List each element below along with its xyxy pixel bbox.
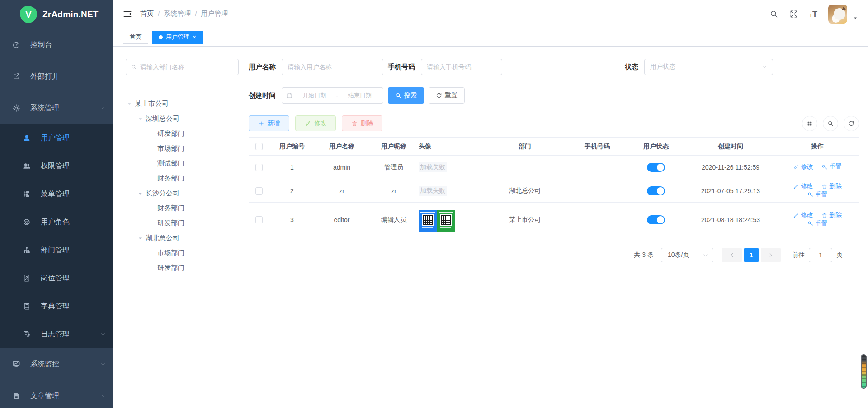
- sidebar-item-post-management[interactable]: 岗位管理: [0, 264, 113, 292]
- refresh-icon: [436, 92, 442, 99]
- tree-node[interactable]: 市场部门: [126, 246, 239, 261]
- cell-department: [482, 156, 568, 179]
- row-reset-password-link[interactable]: 重置: [821, 163, 842, 171]
- app-logo[interactable]: V ZrAdmin.NET: [0, 0, 113, 29]
- qr-code-avatar-image[interactable]: [419, 210, 455, 232]
- show-search-button[interactable]: [823, 116, 838, 131]
- status-toggle[interactable]: [647, 186, 665, 195]
- tree-node[interactable]: 某上市公司: [126, 96, 239, 111]
- sidebar-item-system-management[interactable]: 系统管理: [0, 92, 113, 124]
- cell-department: 某上市公司: [482, 203, 568, 237]
- row-delete-label: 删除: [829, 182, 842, 190]
- sidebar-item-menu-management[interactable]: 菜单管理: [0, 180, 113, 208]
- status-toggle[interactable]: [647, 163, 665, 172]
- tree-node[interactable]: 财务部门: [126, 171, 239, 186]
- add-button[interactable]: 新增: [249, 115, 289, 131]
- sidebar-item-dashboard[interactable]: 控制台: [0, 29, 113, 61]
- search-icon: [827, 120, 834, 127]
- sidebar-item-label: 日志管理: [41, 330, 70, 339]
- caret-down-icon[interactable]: [137, 116, 143, 122]
- tab-home[interactable]: 首页: [123, 31, 148, 44]
- reset-button[interactable]: 重置: [429, 87, 465, 104]
- tree-node-label: 某上市公司: [135, 100, 169, 108]
- username-input[interactable]: [282, 59, 383, 75]
- status-select[interactable]: 用户状态: [644, 59, 773, 75]
- row-reset-password-link[interactable]: 重置: [807, 191, 828, 199]
- filter-row-1: 用户名称 手机号码 状态 用户状态: [249, 59, 859, 75]
- font-size-button[interactable]: TT: [809, 10, 817, 18]
- goto-page-input[interactable]: [809, 248, 832, 262]
- row-delete-link[interactable]: 删除: [821, 182, 842, 190]
- tree-node[interactable]: 深圳总公司: [126, 111, 239, 126]
- sidebar-item-department-management[interactable]: 部门管理: [0, 236, 113, 264]
- sidebar-item-label: 系统监控: [30, 360, 59, 369]
- user-table-panel: 用户名称 手机号码 状态 用户状态 创建时间 开始日期 -: [249, 59, 859, 408]
- page-size-select[interactable]: 10条/页: [661, 248, 713, 262]
- delete-button[interactable]: 删除: [342, 115, 382, 131]
- close-icon[interactable]: ×: [193, 34, 196, 40]
- logo-letter: V: [25, 9, 31, 20]
- fullscreen-button[interactable]: [789, 9, 798, 19]
- sidebar-item-label: 菜单管理: [41, 190, 70, 199]
- tree-node[interactable]: 市场部门: [126, 141, 239, 156]
- phone-input[interactable]: [421, 59, 502, 75]
- sidebar-item-user-management[interactable]: 用户管理: [0, 124, 113, 152]
- search-button[interactable]: 搜索: [388, 87, 424, 104]
- tree-node[interactable]: 财务部门: [126, 201, 239, 216]
- dictionary-icon: [23, 302, 31, 310]
- scrollbar-thumb[interactable]: [861, 354, 867, 389]
- row-checkbox[interactable]: [255, 187, 263, 195]
- top-header: 首页 / 系统管理 / 用户管理 TT: [113, 0, 868, 28]
- cell-user-id: 1: [269, 156, 315, 179]
- caret-down-icon[interactable]: [137, 236, 143, 241]
- prev-page-button[interactable]: [722, 248, 742, 262]
- chevron-down-icon: [100, 332, 106, 337]
- tree-node[interactable]: 湖北总公司: [126, 231, 239, 246]
- sidebar-item-permission-management[interactable]: 权限管理: [0, 152, 113, 180]
- sidebar-item-dictionary-management[interactable]: 字典管理: [0, 292, 113, 320]
- row-edit-link[interactable]: 修改: [793, 163, 813, 171]
- column-settings-button[interactable]: [802, 116, 817, 131]
- user-icon: [23, 134, 31, 142]
- sidebar-item-log-management[interactable]: 日志管理: [0, 320, 113, 348]
- sidebar-collapse-button[interactable]: [123, 9, 132, 19]
- tree-node-label: 财务部门: [157, 174, 184, 183]
- page-unit-label: 页: [836, 251, 843, 259]
- status-toggle[interactable]: [647, 215, 665, 224]
- chevron-right-icon: [768, 252, 774, 258]
- caret-down-icon[interactable]: [137, 191, 143, 196]
- row-checkbox[interactable]: [255, 164, 263, 171]
- tree-node[interactable]: 研发部门: [126, 126, 239, 141]
- sidebar-item-article-management[interactable]: 文章管理: [0, 380, 113, 408]
- sidebar-item-system-monitor[interactable]: 系统监控: [0, 348, 113, 380]
- sidebar-item-user-roles[interactable]: 用户角色: [0, 208, 113, 236]
- calendar-icon: [286, 92, 292, 99]
- user-avatar[interactable]: [828, 5, 847, 24]
- edit-button[interactable]: 修改: [295, 115, 336, 131]
- breadcrumb-home[interactable]: 首页: [140, 9, 154, 18]
- header-search-button[interactable]: [769, 9, 778, 19]
- tree-node-label: 财务部门: [157, 204, 184, 213]
- row-delete-link[interactable]: 删除: [821, 211, 842, 219]
- search-icon: [131, 64, 137, 70]
- username-label: 用户名称: [249, 63, 276, 71]
- row-edit-link[interactable]: 修改: [793, 211, 813, 219]
- next-page-button[interactable]: [761, 248, 781, 262]
- edit-button-label: 修改: [314, 119, 327, 128]
- caret-down-icon[interactable]: [127, 101, 132, 107]
- row-checkbox[interactable]: [255, 216, 263, 223]
- department-search-input[interactable]: [140, 63, 234, 71]
- tree-node[interactable]: 研发部门: [126, 216, 239, 231]
- tree-node[interactable]: 测试部门: [126, 156, 239, 171]
- row-edit-link[interactable]: 修改: [793, 182, 813, 190]
- tab-user-management[interactable]: 用户管理 ×: [152, 31, 203, 44]
- sidebar-item-external-open[interactable]: 外部打开: [0, 61, 113, 92]
- broken-avatar-placeholder: 加载失败: [419, 186, 447, 196]
- tree-node[interactable]: 长沙分公司: [126, 186, 239, 201]
- select-all-checkbox[interactable]: [255, 143, 263, 150]
- refresh-table-button[interactable]: [844, 116, 859, 131]
- tree-node[interactable]: 研发部门: [126, 261, 239, 275]
- date-range-picker[interactable]: 开始日期 - 结束日期: [282, 87, 383, 104]
- page-number-1[interactable]: 1: [744, 248, 759, 262]
- row-reset-password-link[interactable]: 重置: [807, 220, 828, 228]
